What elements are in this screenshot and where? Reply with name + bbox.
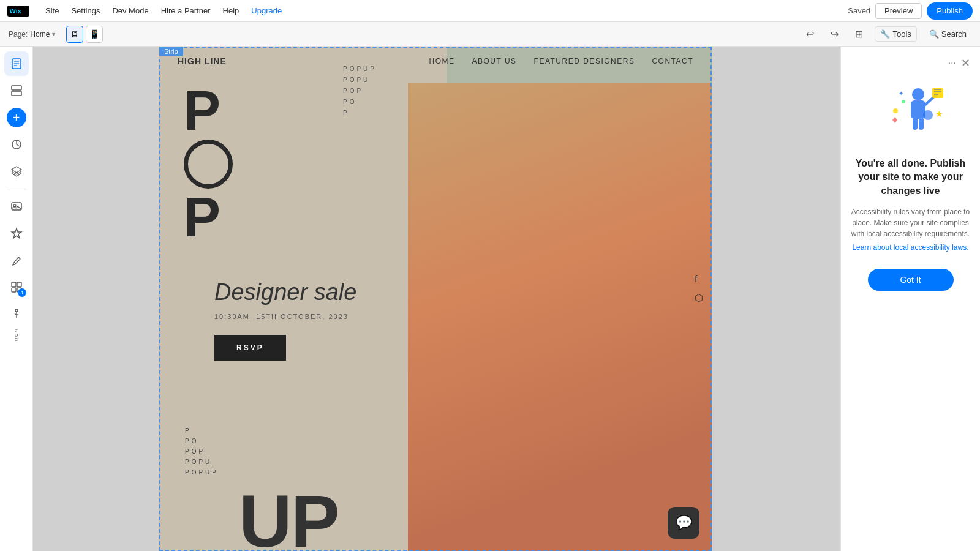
big-up-text: UP bbox=[239, 479, 339, 551]
main-layout: + bbox=[0, 47, 980, 551]
cascade-line-2: POPU bbox=[343, 75, 377, 86]
popup-close-button[interactable]: ✕ bbox=[961, 56, 970, 70]
site-nav: HIGH LINE HOME ABOUT US FEATURED DESIGNE… bbox=[159, 47, 712, 76]
nav-settings[interactable]: Settings bbox=[65, 0, 106, 22]
website-preview: HIGH LINE HOME ABOUT US FEATURED DESIGNE… bbox=[159, 47, 712, 551]
publish-button[interactable]: Publish bbox=[927, 2, 973, 20]
hero-text-area: Designer sale 10:30AM, 15TH OCTOBER, 202… bbox=[214, 279, 356, 361]
svg-rect-25 bbox=[919, 118, 924, 130]
popup-more-button[interactable]: ··· bbox=[948, 56, 956, 70]
nav-help[interactable]: Help bbox=[217, 0, 246, 22]
svg-rect-7 bbox=[12, 91, 21, 96]
popup-header: ··· ✕ bbox=[851, 56, 970, 70]
chat-button[interactable]: 💬 bbox=[668, 507, 699, 539]
pop-letter-o bbox=[184, 140, 233, 189]
popup-title: You're all done. Publish your site to ma… bbox=[851, 157, 970, 198]
site-logo: HIGH LINE bbox=[178, 56, 227, 66]
nav-featured[interactable]: FEATURED DESIGNERS bbox=[534, 57, 635, 66]
grid-button[interactable]: ⊞ bbox=[850, 26, 867, 43]
svg-point-16 bbox=[15, 309, 18, 312]
nav-upgrade[interactable]: Upgrade bbox=[245, 0, 288, 22]
nav-site[interactable]: Site bbox=[39, 0, 65, 22]
svg-point-26 bbox=[893, 108, 898, 113]
bottom-line-4: POPU bbox=[185, 457, 219, 467]
sidebar-layers[interactable] bbox=[4, 159, 29, 184]
svg-point-30 bbox=[923, 110, 933, 120]
apps-badge: J bbox=[18, 288, 26, 297]
tools-icon: 🔧 bbox=[880, 29, 890, 39]
popup-description: Accessibility rules vary from place to p… bbox=[851, 206, 970, 239]
svg-point-27 bbox=[902, 100, 905, 103]
tools-label: Tools bbox=[892, 29, 911, 39]
svg-rect-14 bbox=[12, 288, 16, 292]
left-sidebar: + bbox=[0, 47, 33, 551]
got-it-button[interactable]: Got It bbox=[868, 269, 954, 291]
svg-rect-24 bbox=[913, 118, 918, 130]
popup-accessibility-link[interactable]: Learn about local accessibility laws. bbox=[852, 243, 968, 252]
cascade-line-4: PO bbox=[343, 97, 377, 108]
second-bar-right: ↩ ↪ ⊞ 🔧 Tools 🔍 Search bbox=[801, 26, 971, 43]
second-bar: Page: Home ▾ 🖥 📱 ↩ ↪ ⊞ 🔧 Tools 🔍 Search bbox=[0, 22, 980, 47]
canvas-area: Strip HIGH LINE HOME ABOUT US FEATURED D… bbox=[33, 47, 840, 551]
saved-status: Saved bbox=[848, 6, 870, 15]
nav-dev-mode[interactable]: Dev Mode bbox=[106, 0, 154, 22]
bottom-line-1: P bbox=[185, 425, 219, 436]
add-element-button[interactable]: + bbox=[7, 108, 26, 127]
svg-point-17 bbox=[912, 88, 924, 100]
canvas-frame[interactable]: HIGH LINE HOME ABOUT US FEATURED DESIGNE… bbox=[159, 47, 712, 551]
sidebar-app[interactable] bbox=[4, 221, 29, 246]
facebook-icon[interactable]: f bbox=[695, 274, 703, 285]
sidebar-media[interactable] bbox=[4, 194, 29, 219]
rsvp-button[interactable]: RSVP bbox=[214, 335, 286, 361]
svg-text:★: ★ bbox=[935, 109, 943, 119]
top-bar: Wix Site Settings Dev Mode Hire a Partne… bbox=[0, 0, 980, 22]
desktop-view-button[interactable]: 🖥 bbox=[66, 26, 83, 43]
canvas-left-grey bbox=[33, 47, 159, 551]
preview-button[interactable]: Preview bbox=[875, 3, 922, 19]
nav-contact[interactable]: CONTACT bbox=[652, 57, 693, 66]
page-prefix: Page: bbox=[9, 30, 28, 39]
undo-button[interactable]: ↩ bbox=[801, 26, 818, 43]
svg-text:Wix: Wix bbox=[10, 7, 21, 15]
sidebar-zoom-label: ZOC bbox=[15, 329, 18, 342]
instagram-icon[interactable]: ⬡ bbox=[695, 292, 703, 304]
nav-hire-partner[interactable]: Hire a Partner bbox=[155, 0, 217, 22]
mobile-view-button[interactable]: 📱 bbox=[86, 26, 103, 43]
search-label: Search bbox=[941, 29, 967, 39]
svg-line-11 bbox=[18, 257, 20, 259]
view-mode-group: 🖥 📱 bbox=[66, 26, 103, 43]
popup-illustration: ★ ✦ bbox=[874, 77, 948, 144]
canvas-right-grey bbox=[712, 47, 840, 551]
sidebar-sections[interactable] bbox=[4, 78, 29, 103]
bottom-line-5: POPUP bbox=[185, 467, 219, 478]
site-nav-links: HOME ABOUT US FEATURED DESIGNERS CONTACT bbox=[429, 57, 693, 66]
social-icons: f ⬡ bbox=[695, 274, 703, 304]
page-label: Page: Home ▾ bbox=[9, 30, 55, 39]
svg-text:✦: ✦ bbox=[899, 90, 903, 97]
svg-rect-6 bbox=[12, 86, 21, 90]
svg-rect-9 bbox=[12, 203, 21, 210]
hero-date: 10:30AM, 15TH OCTOBER, 2023 bbox=[214, 313, 356, 320]
bottom-line-3: POP bbox=[185, 446, 219, 457]
search-button[interactable]: 🔍 Search bbox=[924, 27, 971, 41]
sidebar-accessibility[interactable] bbox=[4, 302, 29, 326]
publish-success-panel: ··· ✕ bbox=[840, 47, 980, 551]
page-dropdown-chevron[interactable]: ▾ bbox=[52, 31, 55, 37]
sidebar-pages[interactable] bbox=[4, 51, 29, 76]
hero-title: Designer sale bbox=[214, 279, 356, 305]
cascade-line-5: P bbox=[343, 108, 377, 119]
sidebar-design[interactable] bbox=[4, 132, 29, 157]
nav-about[interactable]: ABOUT US bbox=[472, 57, 516, 66]
sidebar-paint[interactable] bbox=[4, 248, 29, 272]
sidebar-apps[interactable]: J bbox=[4, 275, 29, 299]
svg-rect-12 bbox=[12, 282, 16, 287]
pop-letter-p2: P bbox=[184, 190, 233, 245]
search-icon: 🔍 bbox=[929, 29, 939, 39]
svg-rect-13 bbox=[17, 282, 21, 287]
tools-button[interactable]: 🔧 Tools bbox=[875, 26, 916, 42]
nav-home[interactable]: HOME bbox=[429, 57, 454, 66]
bottom-line-2: PO bbox=[185, 436, 219, 446]
cascade-line-3: POP bbox=[343, 86, 377, 97]
pop-letter-p1: P bbox=[184, 83, 233, 138]
redo-button[interactable]: ↪ bbox=[826, 26, 843, 43]
